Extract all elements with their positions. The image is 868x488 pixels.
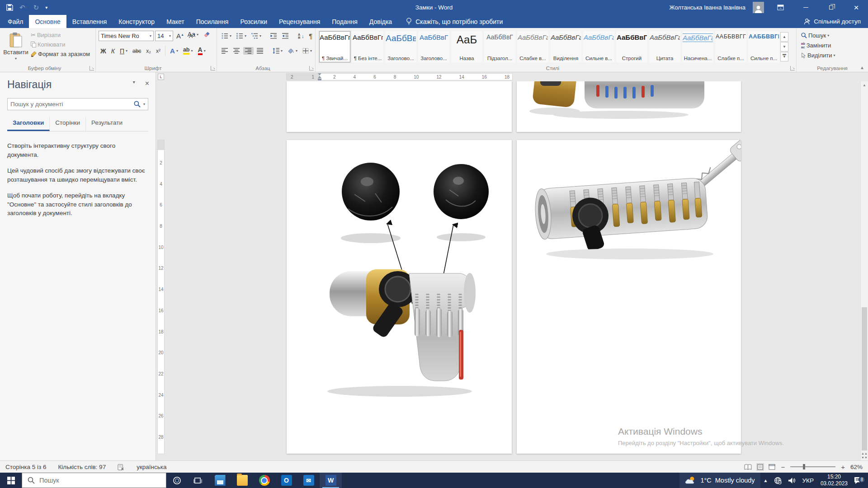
style-item[interactable]: АаБбВвГгЦитата	[649, 31, 680, 62]
tab-file[interactable]: Файл	[2, 15, 29, 28]
tab-home[interactable]: Основне	[29, 15, 66, 28]
tab-insert[interactable]: Вставлення	[66, 15, 113, 28]
tab-references[interactable]: Посилання	[190, 15, 235, 28]
tab-view[interactable]: Подання	[326, 15, 363, 28]
decrease-indent-button[interactable]	[269, 32, 279, 40]
tray-overflow-chevron-icon[interactable]: ▲	[760, 473, 771, 488]
document-area[interactable]: Активація Windows Перейдіть до розділу "…	[166, 81, 868, 460]
style-item[interactable]: АаБбВвГгСильне в...	[583, 31, 614, 62]
clear-formatting-button[interactable]	[202, 30, 213, 39]
vertical-ruler[interactable]: 246810121416182022242628	[156, 81, 166, 460]
tab-help[interactable]: Довідка	[363, 15, 398, 28]
style-item[interactable]: АаБНазва	[451, 31, 482, 62]
style-item[interactable]: ААББВВГГ,Слабке п...	[715, 31, 746, 62]
justify-button[interactable]	[255, 47, 265, 55]
search-options-dropdown-icon[interactable]: ▾	[143, 102, 145, 106]
volume-icon[interactable]	[785, 473, 799, 488]
print-layout-icon[interactable]	[756, 463, 764, 471]
action-center-button[interactable]: 8	[851, 477, 868, 484]
increase-indent-button[interactable]	[280, 32, 291, 40]
clipboard-dialog-launcher-icon[interactable]: ↘	[90, 66, 94, 70]
task-view-button[interactable]	[187, 473, 208, 488]
tab-review[interactable]: Рецензування	[273, 15, 326, 28]
style-item[interactable]: АаБбВвГЗаголово...	[418, 31, 449, 62]
navigation-close-icon[interactable]: ×	[145, 80, 149, 88]
styles-dialog-launcher-icon[interactable]: ↘	[790, 66, 795, 70]
horizontal-ruler[interactable]: 21 24681012141618	[166, 72, 860, 81]
language-indicator[interactable]: УКР	[799, 473, 816, 488]
tab-design[interactable]: Конструктор	[113, 15, 160, 28]
borders-button[interactable]: ▾	[301, 47, 314, 55]
zoom-in-button[interactable]: +	[841, 463, 845, 471]
taskbar-search-input[interactable]	[39, 477, 160, 484]
align-left-button[interactable]	[220, 47, 230, 55]
style-item[interactable]: АаБбВвЗаголово...	[385, 31, 416, 62]
cut-button[interactable]: ✂Вирізати	[29, 31, 92, 39]
bold-button[interactable]: Ж	[99, 47, 108, 56]
font-color-button[interactable]: А▾	[196, 46, 208, 56]
styles-scroll-down-icon[interactable]: ▼	[780, 42, 788, 52]
document-search-box[interactable]: ▾	[7, 98, 148, 110]
copy-button[interactable]: Копіювати	[29, 40, 92, 49]
font-dialog-launcher-icon[interactable]: ↘	[211, 66, 215, 70]
highlight-button[interactable]: ab▾	[181, 46, 195, 56]
web-layout-icon[interactable]	[769, 464, 775, 470]
scroll-up-icon[interactable]: ▲	[861, 81, 868, 89]
repeat-icon[interactable]: ↻	[33, 4, 39, 11]
word-count[interactable]: Кількість слів: 97	[58, 464, 106, 470]
zoom-slider[interactable]	[790, 466, 835, 467]
replace-button[interactable]: abac Замінити	[799, 41, 865, 50]
next-page-icon[interactable]: ▼▼	[861, 456, 868, 459]
text-effects-button[interactable]: А▾	[168, 46, 180, 56]
taskbar-app-chrome[interactable]	[253, 473, 275, 488]
read-mode-icon[interactable]	[744, 464, 752, 470]
style-item[interactable]: АаБбВвГПідзагол...	[484, 31, 515, 62]
tab-selector[interactable]: L	[158, 74, 164, 80]
nav-tab-сторінки[interactable]: Сторінки	[50, 117, 86, 131]
line-spacing-button[interactable]: ▾	[271, 47, 284, 55]
style-item[interactable]: АаБбВвГгВиділення	[550, 31, 581, 62]
document-search-input[interactable]	[10, 101, 131, 108]
align-right-button[interactable]	[243, 47, 254, 55]
grow-font-button[interactable]: А▲	[175, 31, 186, 41]
subscript-button[interactable]: x₂	[144, 47, 153, 55]
nav-tab-заголовки[interactable]: Заголовки	[7, 117, 50, 131]
select-button[interactable]: Виділити▾	[799, 51, 865, 60]
cortana-button[interactable]	[166, 473, 187, 488]
undo-icon[interactable]: ↶▾	[19, 4, 27, 11]
font-name-select[interactable]: Times New Ro▾	[99, 31, 154, 41]
style-item[interactable]: АаБбВвГгНасичена...	[682, 31, 713, 62]
language-indicator[interactable]: українська	[137, 464, 166, 470]
tab-mailings[interactable]: Розсилки	[234, 15, 273, 28]
close-button[interactable]: ×	[847, 1, 865, 14]
share-button[interactable]: Спільний доступ	[804, 15, 868, 28]
zoom-slider-thumb[interactable]	[803, 464, 805, 469]
styles-scroll-up-icon[interactable]: ▲	[780, 32, 788, 42]
zoom-level[interactable]: 62%	[850, 464, 863, 470]
ribbon-display-options-icon[interactable]	[771, 1, 789, 14]
change-case-button[interactable]: Аа▾	[186, 30, 200, 39]
save-icon[interactable]	[6, 4, 13, 11]
italic-button[interactable]: К	[109, 47, 117, 56]
navigation-options-icon[interactable]: ▾	[133, 80, 135, 88]
vertical-scrollbar[interactable]: ▲ ▲▲ ▼▼	[860, 81, 868, 460]
page-indicator[interactable]: Сторінка 5 із 6	[5, 464, 46, 470]
align-center-button[interactable]	[231, 47, 242, 55]
indent-markers[interactable]	[318, 73, 322, 81]
superscript-button[interactable]: x²	[154, 47, 162, 55]
proofing-icon[interactable]	[118, 464, 125, 470]
taskbar-app-outlook[interactable]: O	[275, 473, 297, 488]
sort-button[interactable]: АЯ↓	[296, 32, 306, 40]
paragraph-dialog-launcher-icon[interactable]: ↘	[309, 66, 314, 70]
tell-me-box[interactable]: Скажіть, що потрібно зробити	[406, 15, 503, 28]
paste-button[interactable]: Вставити ▾	[3, 30, 29, 64]
strikethrough-button[interactable]: abc	[131, 47, 143, 55]
style-item[interactable]: АаБбВвГг,¶ Без інте...	[352, 31, 383, 62]
multilevel-list-button[interactable]: ▾	[250, 32, 263, 40]
shading-button[interactable]: ▾	[286, 47, 299, 55]
clock[interactable]: 15:20 03.02.2023	[817, 474, 851, 487]
collapse-ribbon-icon[interactable]: ▲	[860, 65, 864, 70]
start-button[interactable]	[0, 473, 22, 488]
style-item[interactable]: АаБбВвГг,Строгий	[616, 31, 647, 62]
avatar[interactable]	[753, 2, 764, 13]
